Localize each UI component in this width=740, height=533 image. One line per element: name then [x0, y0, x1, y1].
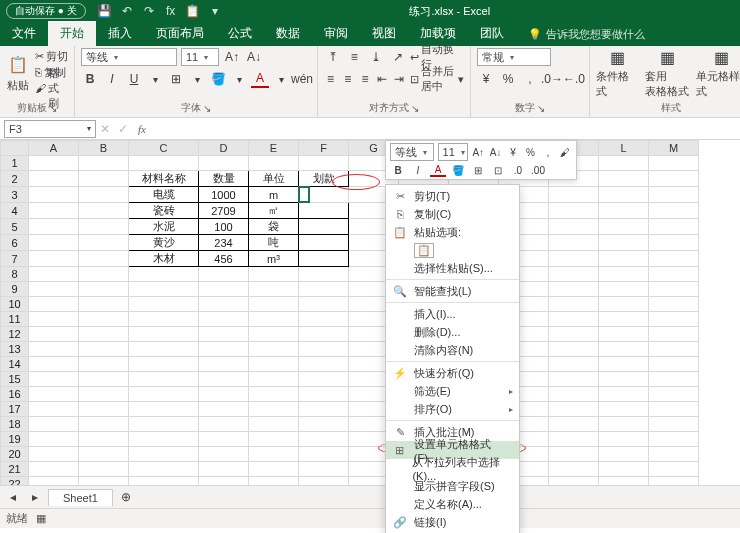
cell[interactable] [79, 462, 129, 477]
percent-button[interactable]: % [499, 70, 517, 88]
cell[interactable] [549, 203, 599, 219]
cell[interactable] [79, 342, 129, 357]
cell[interactable]: 木材 [129, 251, 199, 267]
cell[interactable] [649, 267, 699, 282]
paste-button[interactable]: 📋粘贴 [6, 48, 31, 98]
new-sheet-button[interactable]: ⊕ [117, 488, 135, 506]
cell[interactable] [599, 171, 649, 187]
phonetic-button[interactable]: wén [293, 70, 311, 88]
mini-bold[interactable]: B [390, 163, 406, 177]
dec-decimal[interactable]: ←.0 [565, 70, 583, 88]
formula-input[interactable] [152, 120, 740, 138]
cell[interactable] [549, 432, 599, 447]
cell[interactable] [299, 267, 349, 282]
cell[interactable] [29, 432, 79, 447]
cell[interactable] [79, 477, 129, 487]
col-header[interactable]: F [299, 141, 349, 156]
merge-center[interactable]: ⊡合并后居中 ▾ [410, 71, 464, 87]
cell[interactable] [29, 312, 79, 327]
cell[interactable] [599, 297, 649, 312]
row-header[interactable]: 1 [1, 156, 29, 171]
cell[interactable]: 袋 [249, 219, 299, 235]
cell[interactable] [599, 327, 649, 342]
cell[interactable] [199, 417, 249, 432]
cell[interactable] [129, 417, 199, 432]
row-header[interactable]: 15 [1, 372, 29, 387]
menu-item[interactable]: 🔗链接(I) [386, 513, 519, 531]
cell[interactable] [599, 312, 649, 327]
cell[interactable]: 水泥 [129, 219, 199, 235]
cell[interactable] [649, 171, 699, 187]
cell[interactable] [129, 447, 199, 462]
cell[interactable] [29, 327, 79, 342]
cell[interactable] [249, 327, 299, 342]
cell-style-button[interactable]: ▦单元格样式 [696, 48, 740, 98]
font-color-button[interactable]: A [251, 70, 269, 88]
cell[interactable] [79, 372, 129, 387]
row-header[interactable]: 16 [1, 387, 29, 402]
cell[interactable] [649, 462, 699, 477]
cell[interactable]: 1000 [199, 187, 249, 203]
cell[interactable] [599, 251, 649, 267]
orientation[interactable]: ↗ [389, 48, 407, 66]
cell[interactable] [299, 156, 349, 171]
cell[interactable] [199, 357, 249, 372]
tab-data[interactable]: 数据 [264, 21, 312, 46]
align-right[interactable]: ≡ [358, 70, 371, 88]
tab-file[interactable]: 文件 [0, 21, 48, 46]
table-format-button[interactable]: ▦套用 表格格式 [642, 48, 692, 98]
row-header[interactable]: 8 [1, 267, 29, 282]
cell[interactable] [129, 372, 199, 387]
cell[interactable] [649, 203, 699, 219]
menu-item[interactable]: 排序(O)▸ [386, 400, 519, 418]
cell[interactable] [299, 327, 349, 342]
cell[interactable] [79, 297, 129, 312]
more-icon[interactable]: ▾ [206, 3, 224, 19]
cell[interactable] [199, 267, 249, 282]
mini-inc-dec[interactable]: .0 [510, 163, 526, 177]
row-header[interactable]: 11 [1, 312, 29, 327]
underline-caret[interactable]: ▾ [147, 72, 163, 86]
cell[interactable] [549, 477, 599, 487]
menu-item[interactable]: 定义名称(A)... [386, 495, 519, 513]
menu-item[interactable]: 🔍智能查找(L) [386, 282, 519, 300]
cell[interactable] [129, 156, 199, 171]
cell[interactable] [249, 387, 299, 402]
cell[interactable]: 电缆 [129, 187, 199, 203]
mini-border[interactable]: ⊞ [470, 163, 486, 177]
tab-view[interactable]: 视图 [360, 21, 408, 46]
cell[interactable] [599, 282, 649, 297]
cell[interactable] [29, 282, 79, 297]
fill-caret[interactable]: ▾ [231, 72, 247, 86]
cell[interactable] [299, 357, 349, 372]
cut-button[interactable]: ✂剪切 [35, 48, 68, 64]
cell[interactable] [549, 187, 599, 203]
cell[interactable] [549, 342, 599, 357]
cell[interactable] [79, 219, 129, 235]
font-select[interactable]: 等线▾ [81, 48, 177, 66]
menu-item[interactable]: 清除内容(N) [386, 341, 519, 359]
cell[interactable] [29, 462, 79, 477]
cell[interactable] [599, 432, 649, 447]
cell[interactable] [199, 282, 249, 297]
row-header[interactable]: 12 [1, 327, 29, 342]
cell[interactable] [249, 156, 299, 171]
increase-font-icon[interactable]: A↑ [223, 48, 241, 66]
cell[interactable] [599, 372, 649, 387]
cell[interactable] [29, 156, 79, 171]
cell[interactable] [649, 372, 699, 387]
menu-item[interactable]: 删除(D)... [386, 323, 519, 341]
indent-decrease[interactable]: ⇤ [376, 70, 389, 88]
cell[interactable] [199, 312, 249, 327]
menu-item[interactable]: 插入(I)... [386, 305, 519, 323]
cell[interactable] [79, 267, 129, 282]
col-header[interactable]: C [129, 141, 199, 156]
cell[interactable] [199, 432, 249, 447]
cell[interactable] [199, 372, 249, 387]
cell[interactable] [29, 297, 79, 312]
border-button[interactable]: ⊞ [167, 70, 185, 88]
cell[interactable] [29, 357, 79, 372]
cell[interactable] [199, 297, 249, 312]
cell[interactable] [599, 462, 649, 477]
row-header[interactable]: 17 [1, 402, 29, 417]
